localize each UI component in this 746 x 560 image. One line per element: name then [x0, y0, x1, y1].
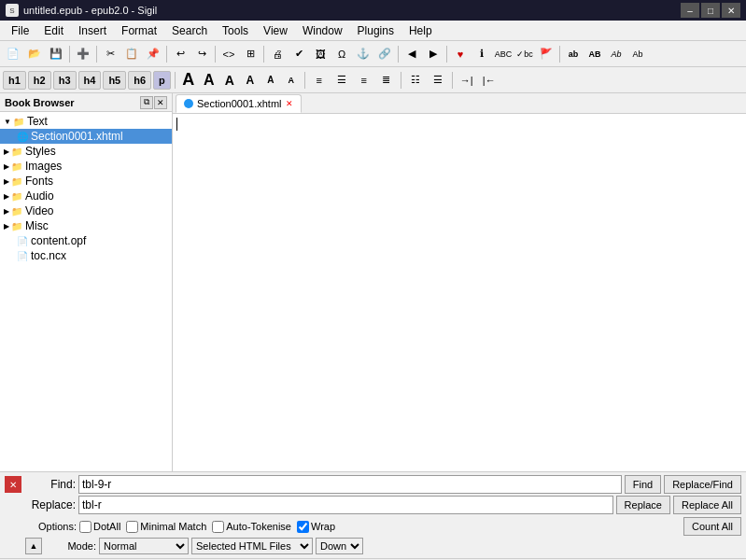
forward-button[interactable]: ▶ [423, 44, 443, 64]
link-button[interactable]: 🔗 [374, 44, 395, 64]
undo-button[interactable]: ↩ [170, 44, 190, 64]
list-number-button[interactable]: ☰ [428, 70, 448, 91]
tree-label-audio: Audio [25, 189, 54, 203]
outdent-button[interactable]: |← [479, 70, 500, 91]
tree-item-misc[interactable]: ▶ 📁 Misc [0, 218, 172, 233]
scope-select[interactable]: Selected HTML Files All HTML Files Curre… [191, 538, 313, 554]
tree-item-images[interactable]: ▶ 📁 Images [0, 159, 172, 174]
tree-item-video[interactable]: ▶ 📁 Video [0, 203, 172, 218]
image-button[interactable]: 🖼 [310, 44, 331, 64]
h1-button[interactable]: h1 [3, 71, 26, 90]
heart-button[interactable]: ♥ [450, 44, 471, 64]
replace-input[interactable] [78, 496, 613, 514]
book-browser-close-button[interactable]: ✕ [154, 96, 167, 109]
justify-button[interactable]: ≣ [376, 70, 397, 91]
tree-item-section0001[interactable]: 🌐 Section0001.xhtml [0, 129, 172, 144]
dotall-label: DotAll [93, 521, 120, 532]
wrap-option[interactable]: Wrap [297, 521, 335, 533]
menu-file[interactable]: File [4, 21, 36, 40]
text-size-4[interactable]: A [241, 71, 260, 90]
direction-select[interactable]: Down Up [316, 538, 363, 554]
text-size-2[interactable]: A [200, 71, 218, 90]
spellcheck-button[interactable]: ✓bc [514, 44, 535, 64]
tab-close-section0001[interactable]: ✕ [286, 99, 293, 108]
minimal-match-option[interactable]: Minimal Match [126, 521, 206, 533]
auto-tokenise-checkbox[interactable] [212, 521, 224, 533]
h2-button[interactable]: h2 [28, 71, 51, 90]
open-button[interactable]: 📂 [24, 44, 45, 64]
align-right-button[interactable]: ≡ [354, 70, 374, 91]
bold-label-button[interactable]: ab [563, 44, 584, 64]
menu-plugins[interactable]: Plugins [350, 21, 401, 40]
view-code-button[interactable]: <> [218, 44, 239, 64]
replace-button[interactable]: Replace [616, 496, 670, 514]
redo-button[interactable]: ↪ [191, 44, 212, 64]
maximize-button[interactable]: □ [701, 3, 720, 18]
tab-bar: Section0001.xhtml ✕ [173, 93, 746, 114]
find-replace-close-button[interactable]: ✕ [5, 476, 21, 493]
copy-button[interactable]: 📋 [121, 44, 142, 64]
tree-item-text[interactable]: ▼ 📁 Text [0, 114, 172, 129]
menu-insert[interactable]: Insert [71, 21, 114, 40]
indent-button[interactable]: →| [457, 70, 477, 91]
paste-button[interactable]: 📌 [143, 44, 163, 64]
flag-button[interactable]: 🚩 [536, 44, 556, 64]
cut-button[interactable]: ✂ [100, 44, 120, 64]
dotall-checkbox[interactable] [79, 521, 91, 533]
close-button[interactable]: ✕ [722, 3, 740, 18]
wrap-checkbox[interactable] [297, 521, 309, 533]
tree-item-styles[interactable]: ▶ 📁 Styles [0, 144, 172, 159]
h3-button[interactable]: h3 [53, 71, 77, 90]
dotall-option[interactable]: DotAll [79, 521, 120, 533]
text-size-6[interactable]: A [282, 71, 301, 90]
replace-all-button[interactable]: Replace All [673, 496, 741, 514]
menu-search[interactable]: Search [164, 21, 215, 40]
minimize-button[interactable]: – [681, 3, 699, 18]
tab-section0001[interactable]: Section0001.xhtml ✕ [176, 94, 302, 113]
replace-find-button[interactable]: Replace/Find [664, 475, 741, 494]
align-center-button[interactable]: ☰ [331, 70, 352, 91]
text-size-3[interactable]: A [220, 71, 239, 90]
back-button[interactable]: ◀ [401, 44, 422, 64]
anchor-button[interactable]: ⚓ [353, 44, 373, 64]
align-left-button[interactable]: ≡ [309, 70, 330, 91]
auto-tokenise-option[interactable]: Auto-Tokenise [212, 521, 291, 533]
tree-item-content-opf[interactable]: 📄 content.opf [0, 233, 172, 248]
print-button[interactable]: 🖨 [267, 44, 288, 64]
editor-content[interactable] [173, 114, 746, 471]
new-button[interactable]: 📄 [3, 44, 23, 64]
menu-format[interactable]: Format [114, 21, 164, 40]
h5-button[interactable]: h5 [103, 71, 126, 90]
collapse-button[interactable]: ▲ [25, 538, 42, 554]
char-button[interactable]: Ω [331, 44, 352, 64]
save-button[interactable]: 💾 [46, 44, 66, 64]
spellcheck-abc-button[interactable]: ABC [493, 44, 514, 64]
validate-button[interactable]: ✔ [289, 44, 309, 64]
menu-edit[interactable]: Edit [36, 21, 71, 40]
h6-button[interactable]: h6 [128, 71, 151, 90]
text-size-1[interactable]: A [179, 71, 198, 90]
book-browser-float-button[interactable]: ⧉ [140, 96, 153, 109]
mode-select[interactable]: Normal Case Sensitive Regex [99, 538, 189, 554]
tree-item-audio[interactable]: ▶ 📁 Audio [0, 189, 172, 203]
find-button[interactable]: Find [625, 475, 661, 494]
count-all-button[interactable]: Count All [683, 517, 741, 536]
italic-label-button[interactable]: Ab [606, 44, 626, 64]
bold-upper-button[interactable]: AB [584, 44, 605, 64]
add-button[interactable]: ➕ [73, 44, 93, 64]
menu-tools[interactable]: Tools [215, 21, 256, 40]
menu-window[interactable]: Window [295, 21, 350, 40]
view-split-button[interactable]: ⊞ [240, 44, 260, 64]
normal-label-button[interactable]: Ab [627, 44, 648, 64]
tree-item-toc-ncx[interactable]: 📄 toc.ncx [0, 248, 172, 263]
menu-help[interactable]: Help [401, 21, 440, 40]
p-button[interactable]: p [153, 71, 171, 90]
list-bullet-button[interactable]: ☷ [405, 70, 426, 91]
info-button[interactable]: ℹ [472, 44, 492, 64]
h4-button[interactable]: h4 [78, 71, 102, 90]
minimal-match-checkbox[interactable] [126, 521, 138, 533]
text-size-5[interactable]: A [261, 71, 280, 90]
tree-item-fonts[interactable]: ▶ 📁 Fonts [0, 174, 172, 189]
menu-view[interactable]: View [256, 21, 295, 40]
find-input[interactable] [78, 475, 622, 494]
